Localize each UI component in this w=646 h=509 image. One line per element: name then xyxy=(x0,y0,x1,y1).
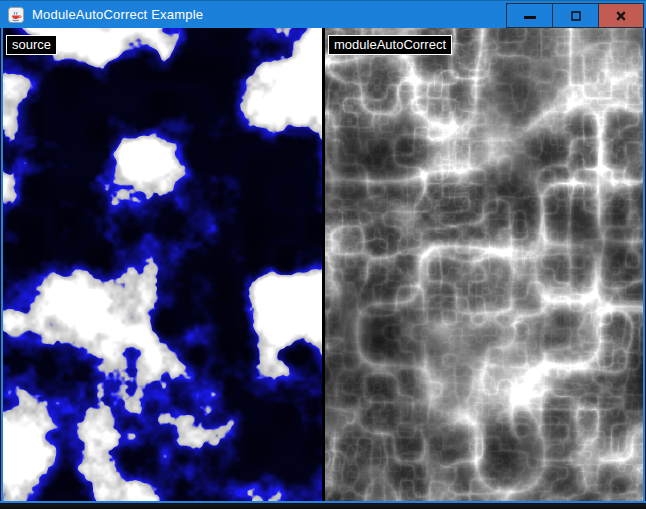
maximize-button[interactable] xyxy=(552,3,599,28)
source-label: source xyxy=(6,35,57,55)
source-noise-image xyxy=(3,28,322,501)
maximize-icon xyxy=(571,11,581,21)
minimize-icon xyxy=(524,16,536,19)
window-title: ModuleAutoCorrect Example xyxy=(32,1,203,29)
minimize-button[interactable] xyxy=(506,3,553,28)
close-icon xyxy=(615,10,627,22)
window-controls xyxy=(507,3,644,28)
autocorrect-label: moduleAutoCorrect xyxy=(328,35,452,55)
java-coffee-cup-icon xyxy=(8,7,24,23)
content-area: source moduleAutoCorrect xyxy=(0,28,646,501)
app-window: ModuleAutoCorrect Example source modu xyxy=(0,0,646,509)
window-shadow xyxy=(0,504,646,509)
autocorrect-noise-image xyxy=(325,28,643,501)
titlebar[interactable]: ModuleAutoCorrect Example xyxy=(0,0,646,28)
autocorrect-panel: moduleAutoCorrect xyxy=(325,28,643,501)
close-button[interactable] xyxy=(598,3,644,28)
source-panel: source xyxy=(3,28,322,501)
